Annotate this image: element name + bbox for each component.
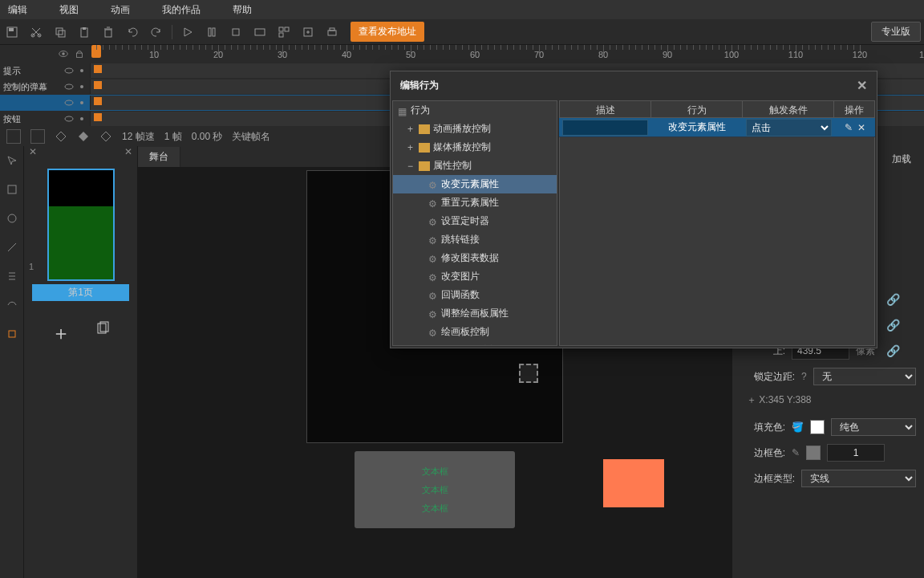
keyframe-icon[interactable] [92,96,103,107]
trigger-select[interactable]: 点击 [746,119,832,136]
frame-icon[interactable] [6,129,21,144]
tool6-icon[interactable] [6,299,18,311]
svg-point-25 [65,84,73,89]
canvas-shape2-selected[interactable] [519,364,538,383]
tree-leaf[interactable]: ⚙设置定时器 [393,212,557,230]
lock-icon[interactable] [74,48,85,59]
desc-input[interactable] [562,120,648,136]
lockedge-select[interactable]: 无 [813,368,916,385]
tool2-icon[interactable] [6,183,18,196]
text-panel[interactable]: 文本框 文本框 文本框 [355,451,515,528]
pro-button[interactable]: 专业版 [871,22,921,42]
dot-icon[interactable] [77,98,87,108]
screen-icon[interactable] [251,23,269,41]
eye-icon[interactable] [64,82,74,92]
qr-icon[interactable] [275,23,293,41]
tree-leaf[interactable]: ⚙跳转链接 [393,230,557,249]
th-action: 操作 [834,101,874,117]
copy-icon[interactable] [51,23,69,41]
menu-works[interactable]: 我的作品 [162,3,201,17]
border-swatch[interactable] [806,446,821,460]
timeline-ruler-row: 10203040506070809010011012013 [0,45,924,63]
tree-folder[interactable]: −属性控制 [393,157,557,175]
bucket-icon[interactable]: 🪣 [792,421,804,433]
fill-swatch[interactable] [810,420,825,434]
stop-icon[interactable] [227,23,245,41]
print-icon[interactable] [323,23,341,41]
left-toolbar [0,146,24,578]
menu-help[interactable]: 帮助 [233,3,252,17]
eye-icon[interactable] [64,114,74,124]
eye-icon[interactable] [58,48,69,59]
eye-icon[interactable] [64,98,74,108]
tree-leaf[interactable]: ⚙恢复擦玻璃初始状态 [393,341,557,346]
bordertype-select[interactable]: 实线 [801,470,916,487]
cut-icon[interactable] [27,23,45,41]
tree-leaf[interactable]: ⚙绘画板控制 [393,323,557,341]
menu-view[interactable]: 视图 [59,3,79,17]
link-icon3[interactable]: 🔗 [886,344,900,357]
tool3-icon[interactable] [6,212,18,225]
edit-row-icon[interactable]: ✎ [845,122,853,133]
export-icon[interactable] [299,23,317,41]
tree-leaf[interactable]: ⚙改变图片 [393,267,557,286]
pencil-icon[interactable]: ✎ [792,447,800,458]
help-icon[interactable]: ? [801,371,807,382]
tree-leaf[interactable]: ⚙回调函数 [393,286,557,304]
timeline-ruler[interactable]: 10203040506070809010011012013 [90,45,924,63]
keyframe-icon[interactable] [92,63,103,75]
publish-button[interactable]: 查看发布地址 [351,22,424,42]
redo-icon[interactable] [148,23,165,41]
add-page-icon[interactable]: ＋ [51,320,71,346]
tree-leaf[interactable]: ⚙重置元素属性 [393,193,557,212]
tool1-icon[interactable] [6,154,18,167]
dot-icon[interactable] [77,114,87,124]
delete-row-icon[interactable]: ✕ [857,122,865,133]
link-icon[interactable]: 🔗 [886,293,900,306]
th-behavior: 行为 [651,101,743,117]
close-panel-icon[interactable]: ✕ [29,146,37,161]
frame-icon2[interactable] [30,129,45,144]
tool4-icon[interactable] [6,241,18,254]
tree-folder[interactable]: +动画播放控制 [393,120,557,138]
tree-root[interactable]: ▦行为 [393,101,557,120]
tree-leaf[interactable]: ⚙调整绘画板属性 [393,304,557,323]
tree-folder[interactable]: +媒体播放控制 [393,138,557,157]
keyframe-icon[interactable] [92,79,103,91]
close-panel-icon2[interactable]: ✕ [124,146,132,161]
svg-point-31 [65,116,73,121]
dot-icon[interactable] [77,82,87,92]
duplicate-page-icon[interactable] [95,320,111,346]
svg-rect-7 [83,27,86,30]
stage-tab[interactable]: 舞台 [138,147,180,167]
keyframe-icon[interactable] [92,112,103,123]
orange-rect[interactable] [603,459,664,507]
delete-icon[interactable] [99,23,117,41]
page-thumbnail[interactable] [47,169,115,281]
diamond2-icon[interactable] [77,130,90,143]
undo-icon[interactable] [124,23,141,41]
tree-leaf[interactable]: ⚙修改图表数据 [393,249,557,267]
menu-anim[interactable]: 动画 [111,3,130,17]
tool7-icon[interactable] [6,328,18,340]
close-icon[interactable]: ✕ [857,78,867,93]
border-width-input[interactable] [827,444,885,462]
paste-icon[interactable] [75,23,93,41]
svg-rect-27 [94,81,102,89]
diamond3-icon[interactable] [99,130,112,143]
table-row[interactable]: 改变元素属性 点击 ✎ ✕ [559,118,875,137]
pause-icon[interactable] [203,23,221,41]
menu-edit[interactable]: 编辑 [8,3,27,17]
link-icon2[interactable]: 🔗 [886,319,900,332]
save-icon[interactable] [3,23,21,41]
tree-leaf[interactable]: ⚙改变元素属性 [393,175,557,193]
eye-icon[interactable] [64,66,74,75]
behavior-tree: ▦行为+动画播放控制+媒体播放控制−属性控制⚙改变元素属性⚙重置元素属性⚙设置定… [392,100,557,346]
svg-rect-18 [330,28,334,31]
fill-select[interactable]: 纯色 [831,418,916,436]
dot-icon[interactable] [77,66,87,75]
tool5-icon[interactable] [6,270,18,283]
page-label: 第1页 [32,284,129,301]
diamond-icon[interactable] [55,130,67,143]
play-icon[interactable] [179,23,197,41]
